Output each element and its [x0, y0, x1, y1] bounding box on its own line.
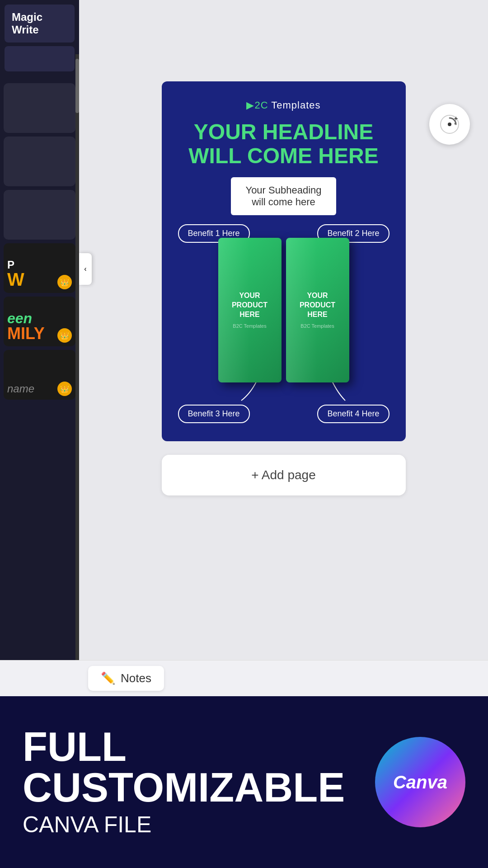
product-box-left: YOURPRODUCTHERE B2C Templates — [218, 238, 282, 382]
crown-badge: 👑 — [57, 382, 72, 396]
promo-sub-text: CANVA FILE — [23, 811, 357, 838]
sidebar-scroll-area: PW 👑 een MILY 👑 name 👑 — [0, 80, 79, 696]
list-item[interactable]: name 👑 — [4, 350, 75, 400]
ai-magic-button[interactable]: + — [429, 104, 470, 145]
template-card[interactable]: ▶2C Templates YOUR HEADLINE WILL COME HE… — [162, 81, 406, 441]
canvas-area: + ▶2C Templates YOUR HEADLINE WILL COME … — [79, 0, 488, 696]
svg-text:+: + — [454, 115, 458, 122]
sidebar-top: Magic Write — [0, 0, 79, 80]
crown-badge: 👑 — [57, 328, 72, 343]
scroll-thumb[interactable] — [75, 59, 79, 113]
list-item[interactable]: een MILY 👑 — [4, 297, 75, 346]
list-item[interactable]: PW 👑 — [4, 243, 75, 293]
promo-text: FULLCUSTOMIZABLE CANVA FILE — [23, 726, 357, 838]
headline-text: YOUR HEADLINE WILL COME HERE — [178, 120, 389, 168]
canva-logo-text: Canva — [393, 772, 447, 793]
sidebar-collapse-handle[interactable]: ‹ — [79, 253, 92, 285]
list-item[interactable] — [4, 190, 75, 240]
crown-badge: 👑 — [57, 275, 72, 289]
notes-button[interactable]: ✏️ Notes — [88, 666, 164, 691]
product-boxes: YOURPRODUCTHERE B2C Templates YOURPRODUC… — [218, 238, 349, 382]
scroll-track — [75, 54, 79, 687]
list-item[interactable] — [4, 83, 75, 133]
benefit-3-pill: Benefit 3 Here — [178, 405, 250, 423]
product-box-right: YOURPRODUCTHERE B2C Templates — [286, 238, 349, 382]
subheading-text: Your Subheading will come here — [245, 184, 321, 208]
left-sidebar: Magic Write PW 👑 een MILY 👑 name 👑 — [0, 0, 79, 696]
notes-label: Notes — [121, 671, 151, 685]
list-item[interactable] — [4, 137, 75, 186]
benefits-grid: Benefit 1 Here Benefit 2 Here Benefit 3 … — [178, 224, 389, 423]
canva-logo: Canva — [375, 737, 465, 827]
notes-bar: ✏️ Notes — [0, 660, 488, 696]
notes-icon: ✏️ — [101, 671, 115, 685]
chevron-left-icon: ‹ — [84, 265, 86, 273]
sidebar-input-1[interactable] — [5, 46, 75, 71]
promo-main-text: FULLCUSTOMIZABLE — [23, 726, 357, 808]
magic-write-button[interactable]: Magic Write — [5, 5, 75, 42]
brand-logo: ▶2C Templates — [246, 99, 320, 111]
add-page-button[interactable]: + Add page — [162, 455, 406, 495]
promo-bar: FULLCUSTOMIZABLE CANVA FILE Canva — [0, 696, 488, 868]
svg-point-9 — [448, 123, 451, 126]
subheading-box: Your Subheading will come here — [231, 177, 336, 215]
benefit-4-pill: Benefit 4 Here — [317, 405, 389, 423]
